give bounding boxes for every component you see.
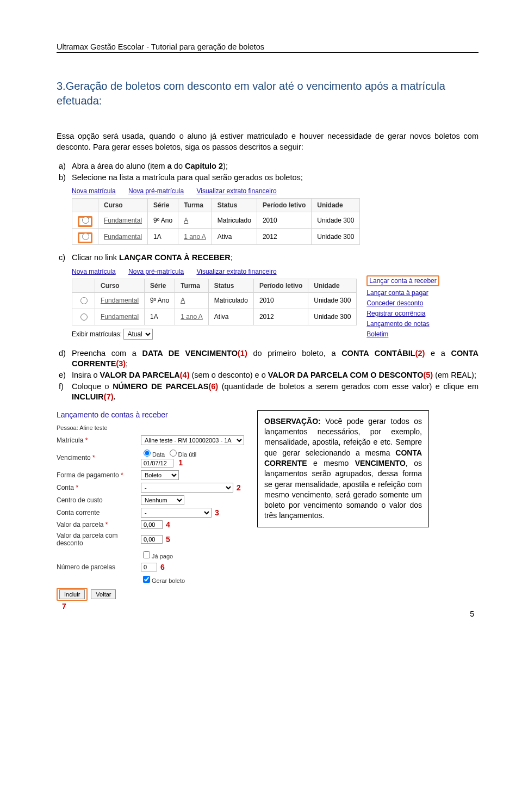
link-nova-matricula[interactable]: Nova matrícula: [72, 187, 116, 195]
table-row: Fundamental 9º Ano A Matriculado 2010 Un…: [72, 212, 360, 229]
side-lancamento-notas[interactable]: Lançamento de notas: [366, 320, 439, 328]
step-f: Coloque o NÚMERO DE PARCELAS(6) (quantid…: [72, 382, 478, 403]
centro-select[interactable]: Nenhum: [141, 495, 184, 505]
valorparc-input[interactable]: [141, 520, 163, 529]
row-radio[interactable]: [80, 297, 88, 304]
cell-turma[interactable]: 1 ano A: [175, 309, 209, 325]
marker-6: 6: [160, 563, 165, 571]
table-row: Fundamental 1A 1 ano A Ativa 2012 Unidad…: [72, 309, 357, 325]
link-nova-matricula[interactable]: Nova matrícula: [72, 268, 116, 275]
cell-serie: 9º Ano: [148, 212, 178, 229]
col-turma: Turma: [175, 279, 209, 292]
vencimento-input[interactable]: [141, 459, 173, 467]
marker-1: 1: [178, 458, 183, 467]
page-header: Ultramax Gestão Escolar - Tutorial para …: [57, 42, 478, 53]
cell-status: Ativa: [208, 309, 253, 325]
page-number: 5: [470, 610, 474, 618]
side-lancar-pagar[interactable]: Lançar conta à pagar: [366, 289, 439, 297]
radio-data[interactable]: [144, 450, 151, 457]
table-row: Fundamental 9º Ano A Matriculado 2010 Un…: [72, 292, 357, 309]
cell-periodo: 2012: [253, 309, 308, 325]
form-screenshot: Lançamento de contas à receber Pessoa: A…: [57, 410, 244, 611]
link-nova-pre-matricula[interactable]: Nova pré-matrícula: [128, 187, 184, 195]
cell-serie: 9º Ano: [145, 292, 175, 309]
col-periodo: Período letivo: [257, 199, 311, 212]
matricula-select[interactable]: Aline teste - RM 100002003 - 1A: [141, 435, 244, 445]
cell-unidade: Unidade 300: [312, 229, 360, 245]
screenshot-table-2: Nova matrícula Nova pré-matrícula Visual…: [72, 268, 478, 341]
cell-curso[interactable]: Fundamental: [98, 229, 148, 245]
marker-7: 7: [62, 602, 244, 611]
cell-turma[interactable]: A: [175, 292, 209, 309]
step-d: Preencha com a DATA DE VENCIMENTO(1) do …: [72, 348, 478, 370]
marker-3: 3: [215, 508, 219, 517]
cell-periodo: 2010: [257, 212, 311, 229]
marker-5: 5: [166, 535, 170, 544]
radio-dia-util[interactable]: [170, 450, 177, 457]
contacorr-select[interactable]: -: [141, 508, 212, 518]
form-title: Lançamento de contas à receber: [57, 410, 244, 419]
marker-4: 4: [166, 520, 170, 529]
screenshot-table-1: Nova matrícula Nova pré-matrícula Visual…: [72, 187, 478, 245]
cell-unidade: Unidade 300: [312, 212, 360, 229]
col-status: Status: [208, 279, 253, 292]
cell-status: Ativa: [212, 229, 257, 245]
forma-select[interactable]: Boleto: [141, 470, 179, 480]
cell-turma[interactable]: 1 ano A: [178, 229, 212, 245]
cell-curso[interactable]: Fundamental: [95, 309, 145, 325]
gerarboleto-checkbox[interactable]: [143, 576, 150, 583]
step-a: Abra a área do aluno (item a do Capítulo…: [72, 161, 478, 172]
exibir-label: Exibir matrículas:: [72, 330, 122, 338]
col-curso: Curso: [98, 199, 148, 212]
side-conceder-desconto[interactable]: Conceder desconto: [366, 299, 439, 307]
cell-unidade: Unidade 300: [308, 309, 357, 325]
link-nova-pre-matricula[interactable]: Nova pré-matrícula: [128, 268, 184, 275]
voltar-button[interactable]: Voltar: [91, 589, 116, 599]
exibir-select[interactable]: Atual: [123, 329, 153, 340]
link-visualizar-extrato[interactable]: Visualizar extrato financeiro: [196, 187, 276, 195]
side-boletim[interactable]: Boletim: [366, 330, 439, 338]
cell-serie: 1A: [148, 229, 178, 245]
cell-periodo: 2012: [257, 229, 311, 245]
cell-periodo: 2010: [253, 292, 308, 309]
row-radio[interactable]: [82, 233, 89, 240]
numparc-input[interactable]: [141, 563, 157, 571]
cell-status: Matriculado: [212, 212, 257, 229]
incluir-button[interactable]: Incluir: [59, 589, 85, 599]
cell-unidade: Unidade 300: [308, 292, 357, 309]
side-registrar-ocorrencia[interactable]: Registrar ocorrência: [366, 310, 439, 317]
link-visualizar-extrato[interactable]: Visualizar extrato financeiro: [196, 268, 276, 275]
cell-turma[interactable]: A: [178, 212, 212, 229]
observation-box: OBSERVAÇÃO: Você pode gerar todos os lan…: [257, 410, 429, 527]
section-heading: 3.Geração de boletos com desconto em val…: [57, 79, 478, 108]
table-row: Fundamental 1A 1 ano A Ativa 2012 Unidad…: [72, 229, 360, 245]
pessoa-label: Pessoa: Aline teste: [57, 425, 244, 431]
col-periodo: Período letivo: [253, 279, 308, 292]
cell-curso[interactable]: Fundamental: [98, 212, 148, 229]
valordesc-input[interactable]: [141, 535, 163, 544]
col-serie: Série: [145, 279, 175, 292]
step-b: Selecione na lista a matrícula para qual…: [72, 173, 478, 183]
cell-status: Matriculado: [208, 292, 253, 309]
row-radio[interactable]: [82, 217, 89, 224]
side-lancar-receber[interactable]: Lançar conta à receber: [366, 275, 439, 286]
intro-paragraph: Essa opção será usada, quando o aluno já…: [57, 131, 478, 152]
col-turma: Turma: [178, 199, 212, 212]
col-unidade: Unidade: [312, 199, 360, 212]
japago-checkbox[interactable]: [143, 551, 150, 558]
marker-2: 2: [237, 483, 241, 492]
conta-select[interactable]: -: [141, 483, 233, 493]
cell-serie: 1A: [145, 309, 175, 325]
col-serie: Série: [148, 199, 178, 212]
col-unidade: Unidade: [308, 279, 357, 292]
cell-curso[interactable]: Fundamental: [95, 292, 145, 309]
row-radio[interactable]: [80, 313, 88, 321]
step-e: Insira o VALOR DA PARCELA(4) (sem o desc…: [72, 370, 478, 381]
col-status: Status: [212, 199, 257, 212]
step-c: Clicar no link LANÇAR CONTA À RECEBER;: [72, 253, 478, 263]
col-curso: Curso: [95, 279, 145, 292]
